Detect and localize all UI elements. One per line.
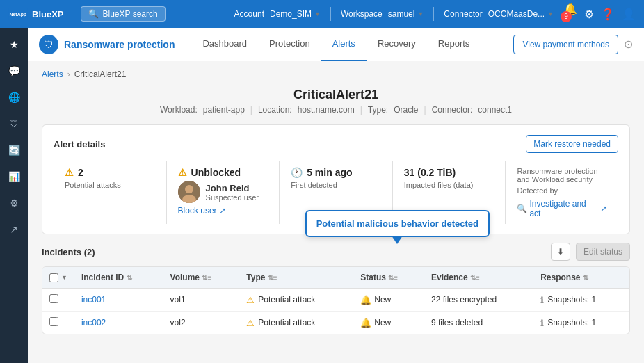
row2-response: ℹ Snapshots: 1: [533, 312, 629, 334]
col-response: Response ⇅: [533, 267, 629, 289]
tab-dashboard[interactable]: Dashboard: [191, 28, 258, 61]
row2-response-text: Snapshots: 1: [547, 318, 596, 328]
sidebar-item-sync[interactable]: 🔄: [3, 139, 25, 161]
netapp-logo: NetApp: [8, 8, 28, 20]
sub-navbar-right: View payment methods ⊙: [513, 35, 633, 54]
header-checkbox-wrapper: ▼: [49, 273, 67, 282]
incidents-header: Incidents (2) Potential malicious behavi…: [42, 243, 630, 261]
block-user-link[interactable]: Block user ↗: [178, 206, 268, 216]
sidebar-item-chart[interactable]: 📊: [3, 166, 25, 188]
attacks-label: Potential attacks: [65, 181, 155, 189]
view-payment-button[interactable]: View payment methods: [513, 35, 618, 54]
gear-icon[interactable]: ⚙: [584, 8, 594, 21]
edit-status-button[interactable]: Edit status: [576, 243, 630, 261]
help-icon[interactable]: ❓: [601, 8, 615, 21]
breadcrumb-parent[interactable]: Alerts: [42, 70, 63, 79]
alert-details-title: Alert details: [54, 139, 105, 150]
sidebar-item-settings[interactable]: ⚙: [3, 192, 25, 214]
meta-sep-2: |: [360, 105, 362, 115]
row1-volume: vol1: [163, 289, 240, 312]
user-icon[interactable]: 👤: [622, 8, 636, 21]
meta-sep-1: |: [250, 105, 252, 115]
row2-type-cell: ⚠ Potential attack: [246, 318, 346, 328]
evidence-filter-icon[interactable]: ⇅≡: [470, 274, 480, 282]
unblocked-text: Unblocked: [191, 167, 241, 178]
incidents-table: ▼ Incident ID ⇅ Volume ⇅≡: [42, 267, 629, 334]
id-sort-icon[interactable]: ⇅: [127, 274, 132, 282]
tab-alerts[interactable]: Alerts: [321, 28, 367, 61]
row2-id-link[interactable]: inc002: [81, 318, 106, 328]
main-content: 🛡 Ransomware protection Dashboard Protec…: [28, 28, 644, 363]
row1-type-text: Potential attack: [258, 295, 315, 305]
connector-selector[interactable]: Connector OCCMaasDe... ▼: [444, 9, 554, 19]
type-value: Oracle: [394, 105, 418, 115]
row1-response-icon: ℹ: [540, 295, 544, 305]
type-warning-icon: ⚠: [246, 295, 255, 305]
investigate-link[interactable]: 🔍 Investigate and act ↗: [517, 199, 607, 218]
sidebar-item-share[interactable]: ↗: [3, 218, 25, 241]
row2-response-cell: ℹ Snapshots: 1: [540, 318, 622, 328]
location-label: Location:: [258, 105, 292, 115]
callout-tooltip: Potential malicious behavior detected: [305, 210, 490, 237]
row1-type-cell: ⚠ Potential attack: [246, 295, 346, 305]
row1-evidence: 22 files encrypted: [424, 289, 533, 312]
meta-sep-3: |: [424, 105, 426, 115]
nav-tabs: Dashboard Protection Alerts Recovery Rep…: [191, 28, 481, 61]
select-all-checkbox[interactable]: [49, 273, 58, 282]
response-sort-icon[interactable]: ⇅: [583, 274, 588, 282]
tab-reports[interactable]: Reports: [427, 28, 481, 61]
status-filter-icon[interactable]: ⇅≡: [388, 274, 398, 282]
connector-value: OCCMaasDe...: [488, 9, 545, 19]
connector-chevron: ▼: [547, 10, 554, 17]
row2-checkbox[interactable]: [49, 317, 58, 326]
row1-response: ℹ Snapshots: 1: [533, 289, 629, 312]
files-label: Impacted files (data): [404, 181, 494, 189]
incidents-table-container: ▼ Incident ID ⇅ Volume ⇅≡: [42, 266, 630, 334]
tab-protection[interactable]: Protection: [258, 28, 321, 61]
unblock-icon: ⚠: [178, 167, 187, 178]
alert-title-section: CriticalAlert21 Workload: patient-app | …: [42, 88, 630, 115]
sidebar-item-globe[interactable]: 🌐: [3, 86, 25, 108]
sidebar-item-chat[interactable]: 💬: [3, 60, 25, 82]
connector-label: Connector: [444, 9, 482, 19]
sidebar-item-shield[interactable]: 🛡: [3, 113, 25, 135]
sidebar: ★ 💬 🌐 🛡 🔄 📊 ⚙ ↗: [0, 28, 28, 363]
sub-brand: 🛡 Ransomware protection: [39, 35, 175, 54]
type2-warning-icon: ⚠: [246, 318, 255, 328]
download-icon: ⬇: [557, 247, 564, 257]
alert-title: CriticalAlert21: [42, 88, 630, 102]
clock-icon: 🕐: [291, 167, 303, 178]
type-filter-icon[interactable]: ⇅≡: [268, 274, 277, 282]
sub-navbar: 🛡 Ransomware protection Dashboard Protec…: [28, 28, 644, 61]
volume-filter-icon[interactable]: ⇅≡: [202, 274, 211, 282]
account-label: Account: [234, 9, 264, 19]
external-link-icon-2: ↗: [600, 204, 607, 213]
breadcrumb-current: CriticalAlert21: [74, 70, 127, 79]
sidebar-item-favorites[interactable]: ★: [3, 33, 25, 56]
user-role: Suspected user: [206, 193, 259, 202]
nav-icons: 🔔 9 ⚙ ❓ 👤: [563, 2, 636, 26]
account-chevron: ▼: [314, 10, 321, 17]
row1-checkbox[interactable]: [49, 294, 58, 303]
workspace-chevron: ▼: [417, 10, 424, 17]
account-selector[interactable]: Account Demo_SIM ▼: [234, 9, 321, 19]
row2-bell-icon: 🔔: [360, 318, 371, 328]
mark-restore-button[interactable]: Mark restore needed: [526, 135, 618, 153]
search-bar[interactable]: 🔍 BlueXP search: [81, 6, 166, 22]
download-button[interactable]: ⬇: [551, 243, 570, 261]
main-layout: ★ 💬 🌐 🛡 🔄 📊 ⚙ ↗ 🛡 Ransomware protection …: [0, 28, 644, 363]
connector-value: connect1: [478, 105, 512, 115]
select-chevron[interactable]: ▼: [61, 274, 67, 281]
detected-by-label: Detected by: [517, 186, 607, 195]
row2-response-icon: ℹ: [540, 318, 544, 328]
breadcrumb: Alerts › CriticalAlert21: [42, 70, 630, 79]
incidents-title: Incidents (2): [42, 247, 95, 257]
row1-id-link[interactable]: inc001: [81, 295, 106, 305]
table-header: ▼ Incident ID ⇅ Volume ⇅≡: [42, 267, 629, 289]
notification-wrapper[interactable]: 🔔 9: [563, 2, 577, 26]
workspace-selector[interactable]: Workspace samuel ▼: [341, 9, 424, 19]
row1-response-cell: ℹ Snapshots: 1: [540, 295, 622, 305]
more-options-icon[interactable]: ⊙: [624, 38, 633, 51]
attacks-count: 2: [78, 167, 83, 178]
tab-recovery[interactable]: Recovery: [367, 28, 427, 61]
